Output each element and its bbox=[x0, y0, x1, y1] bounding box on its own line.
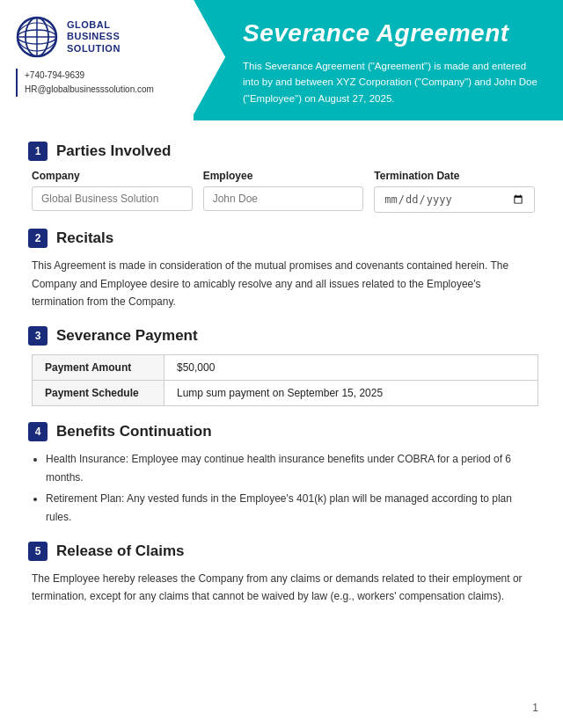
footer-page-number: 1 bbox=[532, 702, 538, 714]
section5-title: Release of Claims bbox=[56, 542, 185, 560]
payment-schedule-value: Lump sum payment on September 15, 2025 bbox=[165, 381, 538, 406]
logo-area: GLOBAL BUSINESS SOLUTION bbox=[16, 16, 179, 58]
section2-title: Recitals bbox=[56, 229, 113, 247]
section-parties: 1 Parties Involved Company Employee Term… bbox=[28, 142, 535, 213]
page-wrapper: GLOBAL BUSINESS SOLUTION +740-794-9639 H… bbox=[0, 0, 563, 728]
company-col: Company bbox=[32, 170, 193, 213]
logo-text: GLOBAL BUSINESS SOLUTION bbox=[67, 19, 121, 55]
payment-row-amount: Payment Amount $50,000 bbox=[33, 355, 538, 381]
payment-amount-label: Payment Amount bbox=[33, 355, 165, 381]
section3-header: 3 Severance Payment bbox=[28, 326, 535, 346]
section-payment: 3 Severance Payment Payment Amount $50,0… bbox=[28, 326, 535, 406]
benefit-item-1: Health Insurance: Employee may continue … bbox=[46, 450, 535, 486]
release-text: The Employee hereby releases the Company… bbox=[32, 570, 535, 606]
doc-intro: This Severance Agreement ("Agreement") i… bbox=[243, 58, 542, 106]
payment-schedule-label: Payment Schedule bbox=[33, 381, 165, 406]
section1-header: 1 Parties Involved bbox=[28, 142, 535, 161]
company-label: Company bbox=[32, 170, 193, 182]
content: 1 Parties Involved Company Employee Term… bbox=[0, 120, 563, 639]
section5-header: 5 Release of Claims bbox=[28, 542, 535, 561]
section2-header: 2 Recitals bbox=[28, 229, 535, 248]
email-text: HR@globalbusinesssolution.com bbox=[25, 83, 179, 97]
header: GLOBAL BUSINESS SOLUTION +740-794-9639 H… bbox=[0, 0, 563, 120]
header-divider bbox=[194, 0, 225, 120]
termination-col: Termination Date bbox=[374, 170, 535, 213]
payment-table: Payment Amount $50,000 Payment Schedule … bbox=[32, 354, 538, 406]
termination-label: Termination Date bbox=[374, 170, 535, 182]
section4-number: 4 bbox=[28, 422, 48, 441]
payment-row-schedule: Payment Schedule Lump sum payment on Sep… bbox=[33, 381, 538, 406]
globe-icon bbox=[16, 16, 58, 58]
section5-number: 5 bbox=[28, 542, 48, 561]
employee-label: Employee bbox=[203, 170, 364, 182]
termination-date-input[interactable] bbox=[374, 186, 535, 213]
section-benefits: 4 Benefits Continuation Health Insurance… bbox=[28, 422, 535, 526]
section-release: 5 Release of Claims The Employee hereby … bbox=[28, 542, 535, 606]
section4-header: 4 Benefits Continuation bbox=[28, 422, 535, 441]
recitals-text: This Agreement is made in consideration … bbox=[32, 257, 535, 310]
payment-amount-value: $50,000 bbox=[165, 355, 538, 381]
parties-grid: Company Employee Termination Date bbox=[32, 170, 535, 213]
header-right: Severance Agreement This Severance Agree… bbox=[225, 0, 563, 120]
header-left: GLOBAL BUSINESS SOLUTION +740-794-9639 H… bbox=[0, 0, 194, 120]
employee-input[interactable] bbox=[203, 186, 364, 211]
section3-title: Severance Payment bbox=[56, 327, 198, 345]
employee-col: Employee bbox=[203, 170, 364, 213]
section1-number: 1 bbox=[28, 142, 48, 161]
doc-title: Severance Agreement bbox=[243, 19, 542, 47]
benefits-list: Health Insurance: Employee may continue … bbox=[46, 450, 535, 526]
section2-number: 2 bbox=[28, 229, 48, 248]
section-recitals: 2 Recitals This Agreement is made in con… bbox=[28, 229, 535, 310]
section1-title: Parties Involved bbox=[56, 142, 171, 160]
contact-info: +740-794-9639 HR@globalbusinesssolution.… bbox=[16, 69, 179, 97]
benefit-item-2: Retirement Plan: Any vested funds in the… bbox=[46, 490, 535, 526]
company-input[interactable] bbox=[32, 186, 193, 211]
phone-text: +740-794-9639 bbox=[25, 69, 179, 83]
section4-title: Benefits Continuation bbox=[56, 423, 212, 440]
section3-number: 3 bbox=[28, 326, 48, 346]
